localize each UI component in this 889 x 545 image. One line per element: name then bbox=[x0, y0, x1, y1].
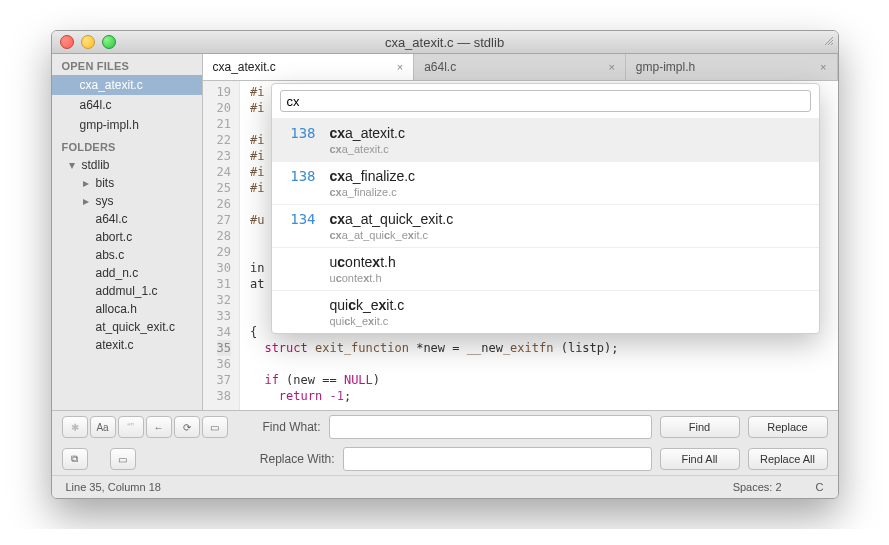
line-gutter: 1920212223242526272829303132333435363738 bbox=[203, 81, 240, 410]
line-number: 31 bbox=[217, 276, 231, 292]
find-button[interactable]: Find bbox=[660, 416, 740, 438]
tab-bar: cxa_atexit.c×a64l.c×gmp-impl.h× bbox=[203, 54, 838, 81]
folder-label: stdlib bbox=[82, 158, 110, 172]
tab[interactable]: a64l.c× bbox=[414, 54, 626, 80]
code-line[interactable]: struct exit_function *new = __new_exitfn… bbox=[250, 340, 619, 356]
folder-item[interactable]: ▸sys bbox=[78, 192, 202, 210]
highlight-toggle[interactable]: ▭ bbox=[110, 448, 136, 470]
maximize-icon[interactable] bbox=[824, 35, 834, 49]
file-item[interactable]: at_quick_exit.c bbox=[92, 318, 202, 336]
find-replace-panel: ✱ Aa “” ← ⟳ ▭ Find What: Find Replace ⧉ … bbox=[52, 410, 838, 475]
line-number: 24 bbox=[217, 164, 231, 180]
open-file-item[interactable]: a64l.c bbox=[52, 95, 202, 115]
open-file-item[interactable]: gmp-impl.h bbox=[52, 115, 202, 135]
match-filename: quick_exit.c bbox=[330, 297, 405, 313]
file-item[interactable]: addmul_1.c bbox=[92, 282, 202, 300]
minimize-icon[interactable] bbox=[81, 35, 95, 49]
folder-item[interactable]: ▸bits bbox=[78, 174, 202, 192]
tab[interactable]: cxa_atexit.c× bbox=[203, 54, 415, 80]
goto-results: 138cxa_atexit.ccxa_atexit.c138cxa_finali… bbox=[272, 118, 819, 333]
wrap-toggle[interactable]: ⟳ bbox=[174, 416, 200, 438]
line-number: 30 bbox=[217, 260, 231, 276]
file-item[interactable]: a64l.c bbox=[92, 210, 202, 228]
goto-result[interactable]: quick_exit.cquick_exit.c bbox=[272, 290, 819, 333]
chevron-right-icon: ▸ bbox=[82, 176, 90, 190]
match-path: ucontext.h bbox=[330, 272, 396, 284]
prev-match-button[interactable]: ← bbox=[146, 416, 172, 438]
file-item[interactable]: atexit.c bbox=[92, 336, 202, 354]
status-bar: Line 35, Column 18 Spaces: 2 C bbox=[52, 475, 838, 498]
preserve-case-toggle[interactable]: ⧉ bbox=[62, 448, 88, 470]
sidebar: OPEN FILES cxa_atexit.ca64l.cgmp-impl.h … bbox=[52, 54, 203, 410]
match-path: cxa_atexit.c bbox=[330, 143, 406, 155]
replace-label: Replace With: bbox=[144, 452, 335, 466]
line-number: 20 bbox=[217, 100, 231, 116]
match-filename: cxa_finalize.c bbox=[330, 168, 416, 184]
close-tab-icon[interactable]: × bbox=[608, 61, 614, 73]
line-number: 26 bbox=[217, 196, 231, 212]
match-filename: ucontext.h bbox=[330, 254, 396, 270]
tab-label: a64l.c bbox=[424, 60, 456, 74]
folder-label: bits bbox=[96, 176, 115, 190]
find-input[interactable] bbox=[329, 415, 652, 439]
line-number: 34 bbox=[217, 324, 231, 340]
replace-input[interactable] bbox=[343, 447, 652, 471]
code-line[interactable] bbox=[250, 356, 619, 372]
goto-result[interactable]: ucontext.hucontext.h bbox=[272, 247, 819, 290]
line-number: 32 bbox=[217, 292, 231, 308]
line-number: 36 bbox=[217, 356, 231, 372]
traffic-lights bbox=[60, 35, 116, 49]
window-title: cxa_atexit.c — stdlib bbox=[52, 35, 838, 50]
in-selection-toggle[interactable]: ▭ bbox=[202, 416, 228, 438]
find-label: Find What: bbox=[236, 420, 321, 434]
line-number: 38 bbox=[217, 388, 231, 404]
match-path: cxa_at_quick_exit.c bbox=[330, 229, 454, 241]
file-item[interactable]: add_n.c bbox=[92, 264, 202, 282]
zoom-icon[interactable] bbox=[102, 35, 116, 49]
chevron-right-icon: ▸ bbox=[82, 194, 90, 208]
titlebar[interactable]: cxa_atexit.c — stdlib bbox=[52, 31, 838, 54]
match-filename: cxa_at_quick_exit.c bbox=[330, 211, 454, 227]
replace-all-button[interactable]: Replace All bbox=[748, 448, 828, 470]
tab[interactable]: gmp-impl.h× bbox=[626, 54, 838, 80]
folder-root[interactable]: ▾stdlib bbox=[64, 156, 202, 174]
open-file-item[interactable]: cxa_atexit.c bbox=[52, 75, 202, 95]
line-number: 22 bbox=[217, 132, 231, 148]
match-score: 138 bbox=[286, 168, 316, 184]
replace-button[interactable]: Replace bbox=[748, 416, 828, 438]
close-icon[interactable] bbox=[60, 35, 74, 49]
match-path: quick_exit.c bbox=[330, 315, 405, 327]
whole-word-toggle[interactable]: “” bbox=[118, 416, 144, 438]
find-all-button[interactable]: Find All bbox=[660, 448, 740, 470]
tab-label: cxa_atexit.c bbox=[213, 60, 276, 74]
line-number: 33 bbox=[217, 308, 231, 324]
folders-heading: FOLDERS bbox=[52, 135, 202, 156]
file-item[interactable]: alloca.h bbox=[92, 300, 202, 318]
line-number: 21 bbox=[217, 116, 231, 132]
goto-result[interactable]: 138cxa_finalize.ccxa_finalize.c bbox=[272, 161, 819, 204]
line-number: 28 bbox=[217, 228, 231, 244]
close-tab-icon[interactable]: × bbox=[820, 61, 826, 73]
file-item[interactable]: abort.c bbox=[92, 228, 202, 246]
syntax-indicator[interactable]: C bbox=[816, 481, 824, 493]
code-line[interactable]: if (new == NULL) bbox=[250, 372, 619, 388]
match-path: cxa_finalize.c bbox=[330, 186, 416, 198]
regex-toggle[interactable]: ✱ bbox=[62, 416, 88, 438]
editor-window: cxa_atexit.c — stdlib OPEN FILES cxa_ate… bbox=[51, 30, 839, 499]
file-item[interactable]: abs.c bbox=[92, 246, 202, 264]
code-line[interactable]: return -1; bbox=[250, 388, 619, 404]
line-number: 35 bbox=[217, 340, 231, 356]
goto-result[interactable]: 138cxa_atexit.ccxa_atexit.c bbox=[272, 118, 819, 161]
editor-area: cxa_atexit.c×a64l.c×gmp-impl.h× 19202122… bbox=[203, 54, 838, 410]
goto-result[interactable]: 134cxa_at_quick_exit.ccxa_at_quick_exit.… bbox=[272, 204, 819, 247]
line-number: 29 bbox=[217, 244, 231, 260]
indent-indicator[interactable]: Spaces: 2 bbox=[733, 481, 782, 493]
line-number: 27 bbox=[217, 212, 231, 228]
goto-input[interactable] bbox=[280, 90, 811, 112]
case-toggle[interactable]: Aa bbox=[90, 416, 116, 438]
folder-label: sys bbox=[96, 194, 114, 208]
close-tab-icon[interactable]: × bbox=[397, 61, 403, 73]
match-filename: cxa_atexit.c bbox=[330, 125, 406, 141]
line-number: 25 bbox=[217, 180, 231, 196]
match-score: 138 bbox=[286, 125, 316, 141]
